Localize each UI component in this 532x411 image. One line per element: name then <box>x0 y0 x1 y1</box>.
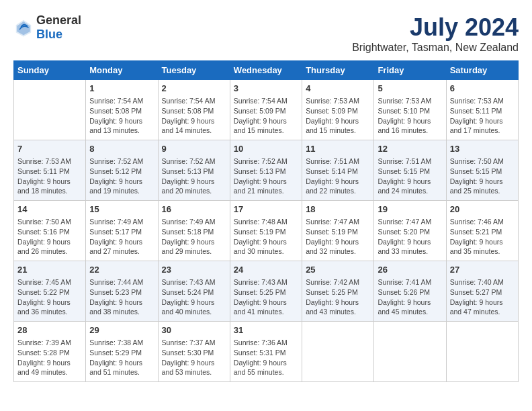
day-content: Sunrise: 7:50 AM Sunset: 5:15 PM Dayligh… <box>450 156 515 196</box>
day-number: 31 <box>234 324 298 336</box>
day-content: Sunrise: 7:53 AM Sunset: 5:10 PM Dayligh… <box>378 96 442 136</box>
header-day-thursday: Thursday <box>302 61 374 80</box>
day-content: Sunrise: 7:41 AM Sunset: 5:26 PM Dayligh… <box>378 277 442 317</box>
calendar-cell: 21Sunrise: 7:45 AM Sunset: 5:22 PM Dayli… <box>14 261 86 322</box>
day-content: Sunrise: 7:37 AM Sunset: 5:30 PM Dayligh… <box>162 338 226 377</box>
calendar-cell: 12Sunrise: 7:51 AM Sunset: 5:15 PM Dayli… <box>374 140 446 201</box>
day-content: Sunrise: 7:48 AM Sunset: 5:19 PM Dayligh… <box>234 217 298 257</box>
day-content: Sunrise: 7:53 AM Sunset: 5:11 PM Dayligh… <box>17 156 82 196</box>
day-number: 3 <box>234 83 298 95</box>
calendar-cell: 13Sunrise: 7:50 AM Sunset: 5:15 PM Dayli… <box>446 140 518 201</box>
day-content: Sunrise: 7:52 AM Sunset: 5:13 PM Dayligh… <box>234 156 298 196</box>
day-number: 23 <box>162 264 226 276</box>
day-number: 28 <box>17 324 82 336</box>
day-number: 20 <box>450 203 515 216</box>
calendar-cell: 19Sunrise: 7:47 AM Sunset: 5:20 PM Dayli… <box>374 201 446 261</box>
day-content: Sunrise: 7:52 AM Sunset: 5:12 PM Dayligh… <box>89 156 154 196</box>
day-content: Sunrise: 7:51 AM Sunset: 5:14 PM Dayligh… <box>306 156 370 196</box>
calendar-cell: 17Sunrise: 7:48 AM Sunset: 5:19 PM Dayli… <box>230 201 302 261</box>
calendar-cell: 31Sunrise: 7:36 AM Sunset: 5:31 PM Dayli… <box>230 322 302 382</box>
calendar-cell <box>374 322 446 382</box>
day-number: 5 <box>378 83 442 95</box>
header-day-monday: Monday <box>86 61 158 80</box>
week-row-4: 21Sunrise: 7:45 AM Sunset: 5:22 PM Dayli… <box>14 261 519 322</box>
day-content: Sunrise: 7:52 AM Sunset: 5:13 PM Dayligh… <box>162 156 226 196</box>
calendar-cell: 16Sunrise: 7:49 AM Sunset: 5:18 PM Dayli… <box>158 201 230 261</box>
calendar-cell: 15Sunrise: 7:49 AM Sunset: 5:17 PM Dayli… <box>86 201 158 261</box>
page-header: General Blue July 2024 Brightwater, Tasm… <box>13 13 519 54</box>
day-number: 17 <box>234 203 298 216</box>
day-number: 8 <box>89 143 154 155</box>
week-row-1: 1Sunrise: 7:54 AM Sunset: 5:08 PM Daylig… <box>14 80 519 140</box>
calendar-cell: 23Sunrise: 7:43 AM Sunset: 5:24 PM Dayli… <box>158 261 230 322</box>
day-number: 4 <box>306 83 370 95</box>
week-row-2: 7Sunrise: 7:53 AM Sunset: 5:11 PM Daylig… <box>14 140 519 201</box>
calendar-cell: 14Sunrise: 7:50 AM Sunset: 5:16 PM Dayli… <box>14 201 86 261</box>
logo-general: General <box>36 13 81 27</box>
header-row: SundayMondayTuesdayWednesdayThursdayFrid… <box>14 61 519 80</box>
calendar-cell: 20Sunrise: 7:46 AM Sunset: 5:21 PM Dayli… <box>446 201 518 261</box>
day-content: Sunrise: 7:43 AM Sunset: 5:25 PM Dayligh… <box>234 277 298 317</box>
week-row-5: 28Sunrise: 7:39 AM Sunset: 5:28 PM Dayli… <box>14 322 519 382</box>
day-content: Sunrise: 7:54 AM Sunset: 5:08 PM Dayligh… <box>89 96 154 136</box>
calendar-cell: 28Sunrise: 7:39 AM Sunset: 5:28 PM Dayli… <box>14 322 86 382</box>
day-number: 9 <box>162 143 226 155</box>
calendar-cell: 4Sunrise: 7:53 AM Sunset: 5:09 PM Daylig… <box>302 80 374 140</box>
logo: General Blue <box>13 13 81 42</box>
calendar-cell <box>446 322 518 382</box>
calendar-cell: 26Sunrise: 7:41 AM Sunset: 5:26 PM Dayli… <box>374 261 446 322</box>
day-number: 6 <box>450 83 515 95</box>
day-content: Sunrise: 7:38 AM Sunset: 5:29 PM Dayligh… <box>89 338 154 377</box>
day-content: Sunrise: 7:44 AM Sunset: 5:23 PM Dayligh… <box>89 277 154 317</box>
day-number: 14 <box>17 203 82 216</box>
day-content: Sunrise: 7:54 AM Sunset: 5:08 PM Dayligh… <box>162 96 226 136</box>
day-content: Sunrise: 7:53 AM Sunset: 5:11 PM Dayligh… <box>450 96 515 136</box>
day-number: 16 <box>162 203 226 216</box>
day-number: 26 <box>378 264 442 276</box>
calendar-cell: 27Sunrise: 7:40 AM Sunset: 5:27 PM Dayli… <box>446 261 518 322</box>
day-number: 18 <box>306 203 370 216</box>
day-content: Sunrise: 7:49 AM Sunset: 5:17 PM Dayligh… <box>89 217 154 257</box>
logo-icon <box>13 17 34 38</box>
day-number: 11 <box>306 143 370 155</box>
calendar-cell: 30Sunrise: 7:37 AM Sunset: 5:30 PM Dayli… <box>158 322 230 382</box>
calendar-cell: 24Sunrise: 7:43 AM Sunset: 5:25 PM Dayli… <box>230 261 302 322</box>
calendar-cell: 1Sunrise: 7:54 AM Sunset: 5:08 PM Daylig… <box>86 80 158 140</box>
day-content: Sunrise: 7:54 AM Sunset: 5:09 PM Dayligh… <box>234 96 298 136</box>
calendar-cell: 6Sunrise: 7:53 AM Sunset: 5:11 PM Daylig… <box>446 80 518 140</box>
calendar-cell: 3Sunrise: 7:54 AM Sunset: 5:09 PM Daylig… <box>230 80 302 140</box>
day-number: 19 <box>378 203 442 216</box>
day-number: 21 <box>17 264 82 276</box>
day-number: 12 <box>378 143 442 155</box>
header-day-wednesday: Wednesday <box>230 61 302 80</box>
day-content: Sunrise: 7:51 AM Sunset: 5:15 PM Dayligh… <box>378 156 442 196</box>
day-content: Sunrise: 7:45 AM Sunset: 5:22 PM Dayligh… <box>17 277 82 317</box>
day-number: 15 <box>89 203 154 216</box>
day-number: 10 <box>234 143 298 155</box>
calendar-cell: 10Sunrise: 7:52 AM Sunset: 5:13 PM Dayli… <box>230 140 302 201</box>
location-title: Brightwater, Tasman, New Zealand <box>352 42 519 54</box>
calendar-cell: 9Sunrise: 7:52 AM Sunset: 5:13 PM Daylig… <box>158 140 230 201</box>
calendar-cell: 18Sunrise: 7:47 AM Sunset: 5:19 PM Dayli… <box>302 201 374 261</box>
day-content: Sunrise: 7:47 AM Sunset: 5:20 PM Dayligh… <box>378 217 442 257</box>
title-area: July 2024 Brightwater, Tasman, New Zeala… <box>352 13 519 54</box>
day-number: 24 <box>234 264 298 276</box>
week-row-3: 14Sunrise: 7:50 AM Sunset: 5:16 PM Dayli… <box>14 201 519 261</box>
day-number: 25 <box>306 264 370 276</box>
calendar-cell <box>14 80 86 140</box>
calendar-table: SundayMondayTuesdayWednesdayThursdayFrid… <box>13 60 519 382</box>
logo-text: General Blue <box>36 13 81 42</box>
header-day-friday: Friday <box>374 61 446 80</box>
day-content: Sunrise: 7:53 AM Sunset: 5:09 PM Dayligh… <box>306 96 370 136</box>
day-content: Sunrise: 7:40 AM Sunset: 5:27 PM Dayligh… <box>450 277 515 317</box>
calendar-cell: 25Sunrise: 7:42 AM Sunset: 5:25 PM Dayli… <box>302 261 374 322</box>
day-content: Sunrise: 7:49 AM Sunset: 5:18 PM Dayligh… <box>162 217 226 257</box>
day-number: 22 <box>89 264 154 276</box>
day-content: Sunrise: 7:43 AM Sunset: 5:24 PM Dayligh… <box>162 277 226 317</box>
day-content: Sunrise: 7:46 AM Sunset: 5:21 PM Dayligh… <box>450 217 515 257</box>
day-number: 7 <box>17 143 82 155</box>
logo-blue: Blue <box>36 28 62 41</box>
day-content: Sunrise: 7:36 AM Sunset: 5:31 PM Dayligh… <box>234 338 298 377</box>
day-number: 30 <box>162 324 226 336</box>
calendar-cell: 22Sunrise: 7:44 AM Sunset: 5:23 PM Dayli… <box>86 261 158 322</box>
